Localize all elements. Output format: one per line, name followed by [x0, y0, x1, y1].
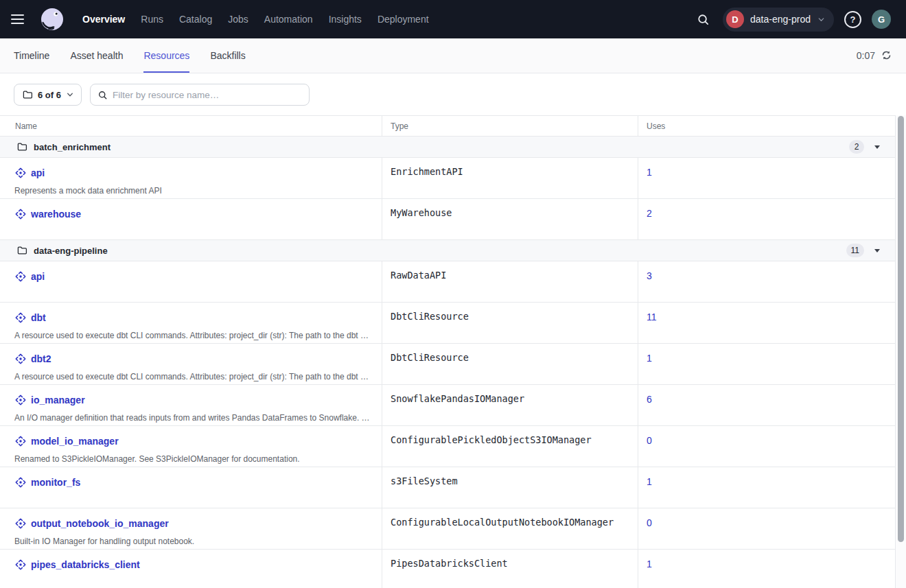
workspace-switcher[interactable]: D data-eng-prod [723, 8, 834, 32]
group-row-batch-enrichment[interactable]: batch_enrichment2 [0, 137, 895, 158]
resource-name-cell: warehouse [0, 199, 382, 239]
top-navigation: OverviewRunsCatalogJobsAutomationInsight… [0, 0, 906, 38]
search-icon [97, 90, 108, 100]
uses-count-link[interactable]: 6 [647, 394, 652, 405]
uses-count-link[interactable]: 3 [647, 270, 652, 281]
group-name: batch_enrichment [34, 142, 111, 152]
chevron-down-icon [66, 91, 74, 99]
tab-bar: TimelineAsset healthResourcesBackfills 0… [0, 38, 906, 73]
group-row-data-eng-pipeline[interactable]: data-eng-pipeline11 [0, 240, 895, 261]
resource-link[interactable]: output_notebook_io_manager [31, 518, 169, 529]
resource-name-cell: pipes_databricks_client [0, 550, 382, 588]
resource-type-cell: ConfigurableLocalOutputNotebookIOManager [382, 508, 638, 549]
resource-link[interactable]: dbt2 [31, 353, 51, 364]
avatar[interactable]: G [872, 10, 891, 29]
table-row: dbtA resource used to execute dbt CLI co… [0, 303, 895, 344]
resource-icon [14, 558, 27, 571]
resource-link[interactable]: io_manager [31, 395, 85, 405]
resource-link[interactable]: api [31, 271, 45, 282]
collapse-caret-icon[interactable] [874, 145, 880, 149]
scrollbar-thumb[interactable] [898, 116, 904, 542]
table-header: Name Type Uses [0, 116, 895, 137]
hamburger-icon[interactable] [11, 10, 30, 29]
resource-name-cell: model_io_managerRenamed to S3PickleIOMan… [0, 426, 382, 467]
resource-uses-cell: 0 [638, 426, 895, 467]
resource-link[interactable]: model_io_manager [31, 436, 119, 447]
nav-item-deployment[interactable]: Deployment [378, 14, 429, 25]
nav-item-overview[interactable]: Overview [82, 14, 125, 25]
nav-item-automation[interactable]: Automation [264, 14, 313, 25]
resource-uses-cell: 2 [638, 199, 895, 239]
nav-item-runs[interactable]: Runs [141, 14, 163, 25]
resource-link[interactable]: api [31, 167, 45, 178]
group-count-badge: 2 [849, 140, 864, 154]
nav-item-catalog[interactable]: Catalog [179, 14, 212, 25]
resource-filter-input[interactable] [113, 90, 302, 100]
uses-count-link[interactable]: 1 [647, 353, 652, 364]
scrollbar-track [896, 115, 906, 588]
folder-icon [16, 141, 27, 152]
resource-link[interactable]: warehouse [31, 209, 81, 220]
topnav-right: D data-eng-prod ? G [693, 8, 891, 32]
resource-name-cell: dbtA resource used to execute dbt CLI co… [0, 303, 382, 343]
resource-link[interactable]: dbt [31, 312, 46, 323]
table-row: apiRawDataAPI3 [0, 261, 895, 303]
uses-count-link[interactable]: 0 [647, 435, 652, 446]
chevron-down-icon [817, 15, 826, 24]
resource-uses-cell: 0 [638, 508, 895, 549]
resource-name-cell: api [0, 261, 382, 302]
resource-type-cell: MyWarehouse [382, 199, 638, 239]
workspace-name: data-eng-prod [750, 14, 811, 25]
uses-count-link[interactable]: 1 [647, 167, 652, 178]
dagster-logo[interactable] [38, 5, 66, 33]
resource-icon [14, 208, 27, 220]
nav-item-insights[interactable]: Insights [329, 14, 362, 25]
resource-link[interactable]: pipes_databricks_client [31, 559, 140, 570]
resource-uses-cell: 11 [638, 303, 895, 343]
resource-description: An I/O manager definition that reads inp… [14, 413, 371, 423]
resource-uses-cell: 1 [638, 158, 895, 198]
resource-description: A resource used to execute dbt CLI comma… [14, 331, 371, 340]
table-row: apiRepresents a mock data enrichment API… [0, 158, 895, 199]
table-row: dbt2A resource used to execute dbt CLI c… [0, 344, 895, 385]
nav-item-jobs[interactable]: Jobs [228, 14, 248, 25]
resource-icon [14, 476, 27, 489]
resource-link[interactable]: monitor_fs [31, 477, 80, 488]
table-row: pipes_databricks_clientPipesDatabricksCl… [0, 550, 895, 588]
uses-count-link[interactable]: 2 [647, 208, 652, 219]
topnav-items: OverviewRunsCatalogJobsAutomationInsight… [82, 14, 429, 25]
tab-resources[interactable]: Resources [143, 38, 189, 73]
uses-count-link[interactable]: 11 [647, 311, 657, 322]
resource-name-cell: io_managerAn I/O manager definition that… [0, 385, 382, 425]
resource-uses-cell: 1 [638, 467, 895, 508]
tab-timeline[interactable]: Timeline [14, 38, 49, 73]
table-body: batch_enrichment2apiRepresents a mock da… [0, 137, 895, 588]
group-count-badge: 11 [846, 244, 864, 257]
folder-icon [16, 245, 27, 256]
resource-type-cell: DbtCliResource [382, 344, 638, 384]
tab-asset-health[interactable]: Asset health [70, 38, 123, 73]
resource-description: Represents a mock data enrichment API [14, 186, 371, 196]
column-header-type: Type [382, 116, 638, 136]
resource-type-cell: DbtCliResource [382, 303, 638, 343]
search-icon[interactable] [693, 10, 712, 29]
resource-icon [14, 167, 27, 179]
workspace-initial-badge: D [726, 10, 744, 28]
tab-backfills[interactable]: Backfills [210, 38, 245, 73]
table-row: output_notebook_io_managerBuilt-in IO Ma… [0, 508, 895, 550]
help-icon[interactable]: ? [844, 11, 861, 28]
resource-uses-cell: 1 [638, 550, 895, 588]
resource-uses-cell: 6 [638, 385, 895, 425]
refresh-icon[interactable] [881, 50, 892, 61]
table-row: monitor_fss3FileSystem1 [0, 467, 895, 508]
code-location-scope-button[interactable]: 6 of 6 [14, 84, 82, 106]
uses-count-link[interactable]: 1 [647, 558, 652, 569]
uses-count-link[interactable]: 1 [647, 476, 652, 487]
uses-count-link[interactable]: 0 [647, 517, 652, 528]
resource-icon [14, 353, 27, 365]
resource-type-cell: PipesDatabricksClient [382, 550, 638, 588]
resource-filter-field [90, 84, 310, 106]
column-header-name: Name [0, 116, 382, 136]
collapse-caret-icon[interactable] [874, 249, 880, 252]
resource-name-cell: output_notebook_io_managerBuilt-in IO Ma… [0, 508, 382, 549]
